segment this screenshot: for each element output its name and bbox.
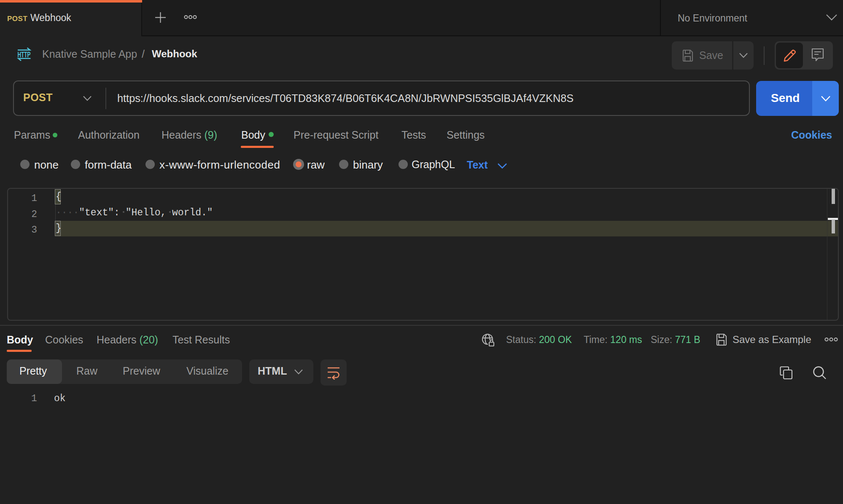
svg-text:HTTP: HTTP xyxy=(18,50,31,59)
